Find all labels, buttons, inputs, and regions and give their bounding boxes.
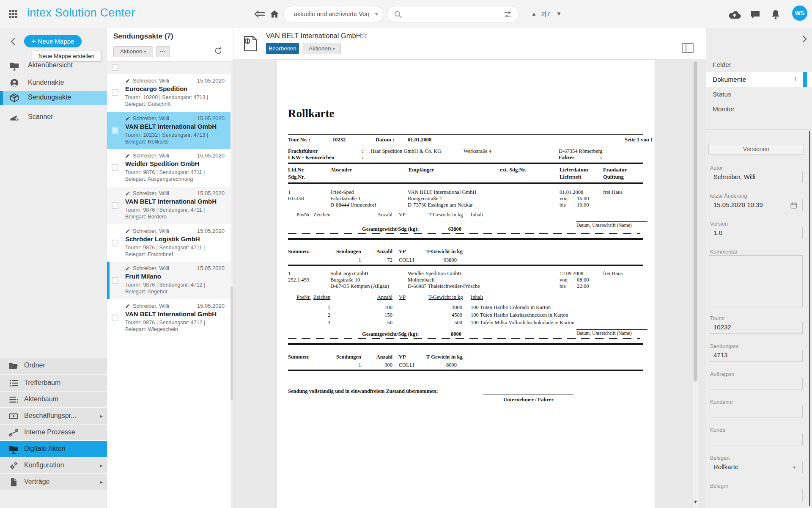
doc-value: Weidler Spedition GmbH [408,271,461,277]
doc-value: COLLI [399,257,414,263]
edit-button[interactable]: Bearbeiten [266,43,299,54]
new-mappe-button[interactable]: +Neue Mappe [24,35,82,47]
collapse-panel-icon[interactable] [802,34,810,44]
field-autor[interactable]: Schreiber, Willi [709,171,803,183]
sidebar-item-aktenuebersicht[interactable]: Aktenübersicht [0,59,107,73]
field-kundennr[interactable] [709,406,803,417]
tab-monitor[interactable]: Monitor [706,102,812,116]
sidebar-item-digitale-akten[interactable]: Digitale Akten [0,440,107,457]
sidebar-item-kundenakte[interactable]: Kundenakte [0,76,107,90]
doc-value: D-88444 Ummendorf [330,202,376,208]
field-tournr[interactable]: 10232 [709,322,803,334]
field-kunde[interactable] [709,433,803,445]
item-checkbox[interactable] [112,127,118,134]
doc-value: Burgstraße 10 [330,277,360,283]
star-icon[interactable]: ☆ [360,30,368,40]
list-item[interactable]: Schreiber, Willi 15.05.2020 VAN BELT Int… [107,187,233,224]
field-belegart[interactable]: Rollkarte [709,461,803,473]
panel-scrollbar-thumb[interactable] [809,131,810,506]
tab-felder[interactable]: Felder [706,57,812,72]
select-all-checkbox[interactable] [112,64,118,71]
list-item[interactable]: Schreiber, Willi 15.05.2020 Eurocargo Sp… [107,74,233,112]
cloud-upload-icon[interactable] [728,10,741,19]
field-auftragsnr[interactable] [709,378,803,389]
doc-col-header: Sdg.Nr. [288,174,305,180]
chevron-down-icon[interactable]: ▾ [793,464,796,470]
field-version[interactable]: 1.0 [709,227,803,239]
item-checkbox[interactable] [112,202,118,209]
item-checkbox[interactable] [112,164,118,171]
doc-col-header: Lfd.Nr. [288,167,304,173]
versions-button[interactable]: Versionen [708,144,804,155]
field-kommentar[interactable] [709,255,803,307]
dokumente-count-badge: 1 [794,72,797,87]
item-checkbox[interactable] [112,89,118,96]
scroll-down-icon[interactable]: ▼ [693,499,698,504]
doc-value: 08:00 [577,277,589,283]
item-checkbox[interactable] [112,277,118,284]
sidebar-item-interne-prozesse[interactable]: Interne Prozesse [0,424,107,440]
list-item-marked[interactable]: Schreiber, Willi 15.05.2020 Fruit Milano… [107,262,233,299]
list-actions-button[interactable]: Aktionen ▾ [113,46,153,57]
document-actions-button[interactable]: Aktionen ▾ [303,43,341,54]
chat-icon[interactable] [750,10,760,19]
next-result-button[interactable]: ▼ [556,11,562,17]
doc-tour-value: 10232 [332,137,346,143]
list-item[interactable]: Schreiber, Willi 15.05.2020 Weidler Sped… [107,149,233,187]
item-title: VAN BELT International GmbH [125,198,217,205]
item-title: Schröder Logistik GmbH [125,235,200,243]
doc-value: 0.0.458 [288,196,304,202]
item-checkbox[interactable] [112,315,118,321]
chevron-down-icon: ▾ [144,49,146,54]
list-item[interactable]: Schreiber, Willi 15.05.2020 VAN BELT Int… [107,299,233,337]
plus-icon: + [32,37,36,45]
prev-result-button[interactable]: ▲ [531,11,537,17]
sidebar-item-trefferbaum[interactable]: Trefferbaum [0,374,107,391]
doc-col-header: Anzahl [367,354,392,360]
doc-value: 1 [288,189,291,196]
doc-value: D-87435 Kempten (Allgäu) [330,283,389,290]
chevron-down-icon: ▾ [375,11,378,17]
home-icon[interactable] [269,9,280,19]
sidebar-item-beschaffungsprozesse[interactable]: Beschaffungspr... ▸ [0,407,107,424]
field-sendungsnr[interactable]: 4713 [709,350,803,362]
list-item[interactable]: Schreiber, Willi 15.05.2020 Schröder Log… [107,224,233,262]
item-date: 15.05.2020 [197,303,225,309]
doc-value: frei Haus [603,271,623,277]
doc-col-header: Absender [330,167,352,173]
doc-label: von [560,196,568,202]
field-belegnr[interactable] [709,489,803,501]
item-date: 15.05.2020 [197,265,225,271]
doc-value: 1 [344,257,361,263]
sidebar-item-konfiguration[interactable]: Konfiguration ▸ [0,457,107,473]
item-author: Schreiber, Willi [133,190,169,196]
doc-col-header: Empfänger [409,167,434,173]
filter-tune-icon[interactable] [504,10,512,19]
back-arrow-icon[interactable] [254,9,266,19]
scope-dropdown[interactable]: aktuelle und archivierte Vorgän... ▾ [283,6,384,22]
list-item-selected[interactable]: Schreiber, Willi 15.05.2020 VAN BELT Int… [107,112,233,149]
collapse-sidebar-icon[interactable] [10,37,16,46]
search-input[interactable] [406,9,501,20]
sidebar-item-vertraege[interactable]: Verträge ▸ [0,473,107,490]
avatar[interactable]: WS [792,6,807,21]
sidebar-item-sendungsakte[interactable]: Sendungsakte [0,91,107,105]
bell-icon[interactable] [771,9,780,20]
doc-col-header: Anzahl [367,294,392,301]
list-more-button[interactable]: ... [156,46,170,57]
field-letzte-aenderung[interactable]: 15.05.2020 10:39 [709,199,803,211]
doc-value: 22:00 [577,283,589,290]
item-checkbox[interactable] [112,240,118,246]
doc-sign-line [483,395,573,395]
field-label-kundennr: Kundennr [710,399,733,405]
reading-pane-toggle-icon[interactable] [682,43,694,53]
app-grid-icon[interactable] [9,10,17,18]
calendar-icon[interactable] [790,202,798,209]
sidebar-item-ordner[interactable]: Ordner [0,358,107,374]
refresh-icon[interactable] [214,46,225,57]
sidebar-item-scanner[interactable]: Scanner [0,110,107,124]
tab-status[interactable]: Status [706,87,812,102]
document-scrollbar-thumb[interactable] [694,61,697,381]
tab-dokumente[interactable]: Dokumente1 [706,72,812,87]
sidebar-item-aktenbaum[interactable]: Aktenbaum [0,391,107,407]
